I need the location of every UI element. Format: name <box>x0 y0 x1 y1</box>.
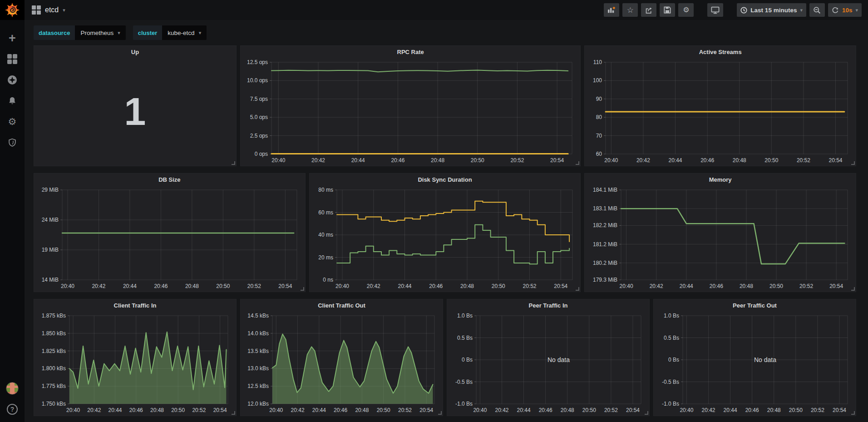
chart-peer-traffic-out[interactable]: -1.0 Bs-0.5 Bs0 Bs0.5 Bs1.0 Bs20:4020:42… <box>656 311 854 415</box>
chart-client-traffic-in[interactable]: 1.750 kBs1.775 kBs1.800 kBs1.825 kBs1.85… <box>36 311 234 415</box>
svg-text:14.0 kBs: 14.0 kBs <box>247 330 269 337</box>
svg-text:20:54: 20:54 <box>554 283 567 289</box>
panel-title[interactable]: RPC Rate <box>241 46 580 58</box>
svg-text:60: 60 <box>596 151 602 157</box>
panel-resize-handle[interactable] <box>851 411 855 415</box>
svg-text:29 MiB: 29 MiB <box>42 187 59 193</box>
panel-title[interactable]: DB Size <box>34 174 305 185</box>
grafana-logo[interactable] <box>0 0 25 20</box>
panel-resize-handle[interactable] <box>851 287 855 291</box>
svg-text:20:48: 20:48 <box>431 157 444 164</box>
svg-text:20:52: 20:52 <box>797 157 810 164</box>
svg-text:20:40: 20:40 <box>473 407 487 413</box>
share-dashboard-button[interactable] <box>641 3 656 17</box>
svg-text:20:52: 20:52 <box>510 157 524 164</box>
svg-text:20:54: 20:54 <box>833 407 846 413</box>
help-icon[interactable]: ? <box>7 404 18 415</box>
navbar-actions: ☆ ⚙ <box>604 3 862 17</box>
time-range-picker[interactable]: Last 15 minutes ▾ <box>737 3 806 17</box>
svg-text:20:52: 20:52 <box>604 407 618 413</box>
chart-disk-sync-duration[interactable]: 0 ns20 ms40 ms60 ms80 ms20:4020:4220:442… <box>311 185 579 291</box>
svg-text:20:48: 20:48 <box>740 283 753 289</box>
svg-text:20:42: 20:42 <box>366 283 380 289</box>
panel-title[interactable]: Up <box>34 46 236 58</box>
svg-text:13.5 kBs: 13.5 kBs <box>247 348 269 354</box>
panel-resize-handle[interactable] <box>576 287 579 291</box>
panel-title[interactable]: Memory <box>585 174 856 185</box>
svg-text:20:40: 20:40 <box>66 407 80 413</box>
panel-resize-handle[interactable] <box>232 411 235 415</box>
svg-text:1.775 kBs: 1.775 kBs <box>42 383 66 389</box>
dashboards-squares <box>7 54 17 64</box>
panel-title[interactable]: Client Traffic Out <box>241 299 443 311</box>
svg-text:1.800 kBs: 1.800 kBs <box>42 365 66 372</box>
dashboard-settings-button[interactable]: ⚙ <box>678 3 694 17</box>
svg-text:20:54: 20:54 <box>419 407 433 413</box>
chart-active-streams[interactable]: 6070809010011020:4020:4220:4420:4620:482… <box>587 58 854 165</box>
save-dashboard-button[interactable] <box>660 3 675 17</box>
chart-client-traffic-out[interactable]: 12.0 kBs12.5 kBs13.0 kBs13.5 kBs14.0 kBs… <box>242 311 441 415</box>
svg-text:20:44: 20:44 <box>517 407 531 413</box>
create-icon[interactable]: + <box>7 33 18 44</box>
svg-text:12.0 kBs: 12.0 kBs <box>247 401 269 407</box>
variable-label: datasource <box>34 25 75 40</box>
explore-icon[interactable] <box>7 74 18 85</box>
svg-text:2.5 ops: 2.5 ops <box>250 133 268 139</box>
zoom-out-time-button[interactable] <box>809 3 825 17</box>
dashboards-icon[interactable] <box>7 54 18 65</box>
refresh-picker[interactable]: 10s ▾ <box>828 3 862 17</box>
panel-title[interactable]: Client Traffic In <box>34 299 236 311</box>
panel-title[interactable]: Peer Traffic In <box>447 299 649 311</box>
avatar[interactable] <box>6 382 19 395</box>
alerting-icon[interactable] <box>7 95 18 106</box>
cycle-view-mode-button[interactable] <box>707 3 723 17</box>
svg-text:20:42: 20:42 <box>291 407 305 413</box>
chart-memory[interactable]: 179.3 MiB180.2 MiB181.2 MiB182.2 MiB183.… <box>587 185 854 291</box>
panel-resize-handle[interactable] <box>851 161 855 165</box>
add-panel-button[interactable] <box>604 3 619 17</box>
panel-resize-handle[interactable] <box>438 411 442 415</box>
configuration-icon[interactable]: ⚙ <box>7 116 18 127</box>
panel-resize-handle[interactable] <box>645 411 648 415</box>
svg-text:20:46: 20:46 <box>334 407 347 413</box>
panel-title[interactable]: Active Streams <box>585 46 856 58</box>
svg-text:20:40: 20:40 <box>269 407 283 413</box>
svg-text:20:44: 20:44 <box>680 283 693 289</box>
panel-resize-handle[interactable] <box>232 161 235 165</box>
svg-text:0 ns: 0 ns <box>323 277 333 283</box>
chart-db-size[interactable]: 14 MiB19 MiB24 MiB29 MiB20:4020:4220:442… <box>36 185 303 291</box>
variable-datasource: datasource Prometheus ▾ <box>34 25 126 40</box>
variable-cluster-select[interactable]: kube-etcd ▾ <box>162 25 207 40</box>
svg-text:No data: No data <box>547 356 570 363</box>
chart-rpc-rate[interactable]: 0 ops2.5 ops5.0 ops7.5 ops10.0 ops12.5 o… <box>242 58 578 165</box>
server-admin-icon[interactable] <box>7 137 18 148</box>
svg-text:0.5 Bs: 0.5 Bs <box>664 335 679 341</box>
svg-text:20:52: 20:52 <box>523 283 536 289</box>
svg-text:80: 80 <box>596 114 602 120</box>
svg-text:60 ms: 60 ms <box>318 209 333 216</box>
svg-text:20:50: 20:50 <box>789 407 803 413</box>
chart-peer-traffic-in[interactable]: -1.0 Bs-0.5 Bs0 Bs0.5 Bs1.0 Bs20:4020:42… <box>449 311 647 415</box>
svg-text:20:40: 20:40 <box>605 157 618 164</box>
refresh-icon <box>832 6 839 14</box>
star-dashboard-button[interactable]: ☆ <box>622 3 638 17</box>
panel-active-streams: Active Streams 6070809010011020:4020:422… <box>584 45 856 166</box>
svg-text:12.5 ops: 12.5 ops <box>247 59 268 65</box>
svg-text:20 ms: 20 ms <box>318 254 333 261</box>
main-area: etcd ▾ ☆ <box>25 0 868 422</box>
svg-text:20:48: 20:48 <box>150 407 164 413</box>
panel-title[interactable]: Peer Traffic Out <box>654 299 856 311</box>
svg-text:20:50: 20:50 <box>582 407 596 413</box>
panel-up: Up 1 <box>34 45 237 166</box>
variable-datasource-select[interactable]: Prometheus ▾ <box>75 25 125 40</box>
dashboard-title-menu[interactable]: etcd ▾ <box>32 5 65 15</box>
svg-text:20:40: 20:40 <box>61 283 74 289</box>
svg-text:5.0 ops: 5.0 ops <box>250 114 268 120</box>
svg-text:1.875 kBs: 1.875 kBs <box>42 313 66 319</box>
variable-cluster: cluster kube-etcd ▾ <box>133 25 207 40</box>
star-icon: ☆ <box>627 6 634 14</box>
panel-resize-handle[interactable] <box>301 287 304 291</box>
panel-title[interactable]: Disk Sync Duration <box>310 174 581 185</box>
dashboard-icon <box>32 5 41 15</box>
panel-resize-handle[interactable] <box>576 161 579 165</box>
